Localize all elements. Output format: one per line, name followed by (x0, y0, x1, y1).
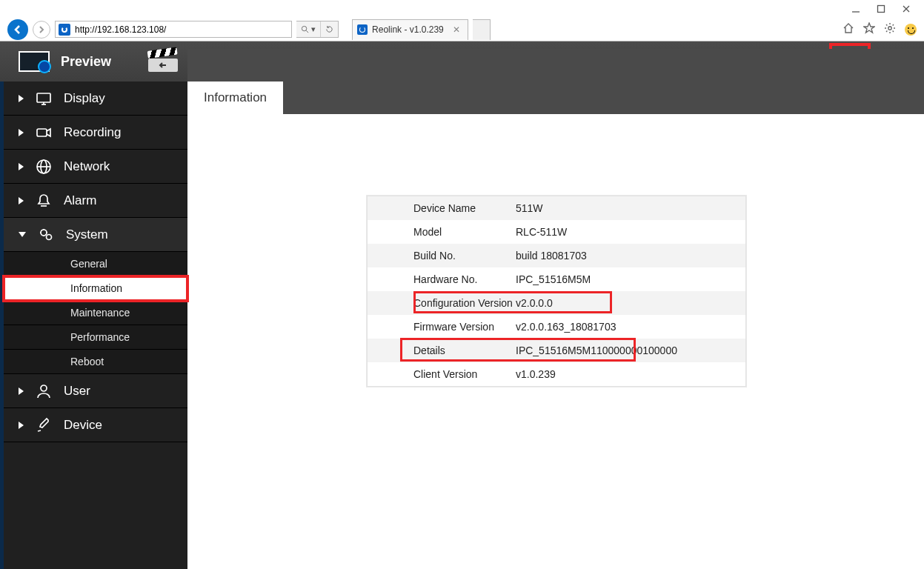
address-bar[interactable]: http://192.168.123.108/ (55, 21, 292, 38)
sidebar-label: Alarm (64, 193, 96, 208)
window-close-button[interactable] (902, 4, 911, 13)
sidebar-label: Network (64, 159, 110, 174)
info-row-details: DetailsIPC_51516M5M110000000100000 (368, 339, 745, 362)
settings-sidebar: Display Recording Network Alarm System G… (4, 81, 187, 569)
info-row-config-version: Configuration Versionv2.0.0.0 (368, 291, 745, 315)
window-maximize-button[interactable] (877, 4, 885, 13)
tools-gear-icon[interactable] (884, 22, 896, 37)
chevron-right-icon (19, 387, 24, 395)
refresh-button[interactable] (320, 21, 338, 37)
content-area: Device Name511W ModelRLC-511W Build No.b… (187, 81, 924, 569)
info-label: Client Version (368, 368, 516, 380)
sidebar-sub-general[interactable]: General (4, 252, 187, 276)
svg-point-7 (888, 26, 891, 29)
tab-information[interactable]: Information (187, 81, 283, 114)
chevron-right-icon (19, 95, 24, 102)
sidebar-item-system[interactable]: System (4, 218, 187, 252)
svg-marker-6 (864, 23, 874, 33)
sidebar-item-display[interactable]: Display (4, 81, 187, 116)
sidebar-item-user[interactable]: User (4, 374, 187, 408)
playback-icon (147, 50, 179, 73)
alarm-icon (36, 193, 52, 209)
home-icon[interactable] (842, 22, 854, 37)
content-tabbar: Information (187, 81, 924, 114)
tab-title: Reolink - v1.0.239 (372, 24, 444, 35)
info-value: 511W (516, 202, 745, 214)
svg-rect-11 (37, 129, 47, 136)
sidebar-label: System (66, 227, 108, 242)
browser-back-button[interactable] (7, 19, 28, 40)
sidebar-sub-performance[interactable]: Performance (4, 325, 187, 350)
tab-close-button[interactable]: ✕ (448, 24, 460, 35)
sidebar-item-alarm[interactable]: Alarm (4, 184, 187, 218)
sidebar-sub-information[interactable]: Information (4, 276, 187, 301)
info-row-client-version: Client Versionv1.0.239 (368, 362, 745, 386)
tab-label: Information (204, 90, 267, 105)
browser-forward-button[interactable] (33, 21, 50, 39)
info-value: v1.0.239 (516, 368, 745, 380)
chevron-right-icon (19, 163, 24, 170)
info-label: Details (368, 345, 516, 356)
system-icon (38, 227, 54, 243)
display-icon (36, 90, 52, 107)
sub-label: Performance (70, 331, 130, 343)
sidebar-sub-maintenance[interactable]: Maintenance (4, 301, 187, 325)
info-row-device-name: Device Name511W (368, 196, 745, 220)
info-row-firmware-version: Firmware Versionv2.0.0.163_18081703 (368, 315, 745, 339)
recording-icon (36, 124, 52, 141)
sidebar-item-network[interactable]: Network (4, 150, 187, 184)
chevron-down-icon (19, 232, 26, 237)
device-icon (36, 417, 52, 433)
svg-point-17 (47, 234, 52, 239)
system-info-card: Device Name511W ModelRLC-511W Build No.b… (367, 196, 746, 387)
info-label: Device Name (368, 202, 516, 214)
url-text: http://192.168.123.108/ (73, 24, 291, 35)
info-value: v2.0.0.163_18081703 (516, 321, 745, 333)
sub-label: Reboot (70, 356, 104, 367)
sidebar-label: Recording (64, 125, 122, 140)
svg-line-5 (306, 30, 308, 33)
info-row-hardware-no: Hardware No.IPC_51516M5M (368, 267, 745, 291)
preview-icon (18, 50, 50, 73)
search-icon[interactable]: ▾ (296, 21, 320, 37)
new-tab-button[interactable] (473, 19, 491, 40)
address-bar-controls: ▾ (296, 21, 339, 38)
info-label: Firmware Version (368, 321, 516, 333)
user-icon (36, 383, 52, 399)
svg-rect-8 (37, 93, 50, 102)
info-value: IPC_51516M5M (516, 273, 745, 285)
info-label: Model (368, 226, 516, 238)
browser-tab[interactable]: Reolink - v1.0.239 ✕ (352, 19, 468, 40)
sidebar-label: Display (64, 91, 105, 106)
info-value: IPC_51516M5M110000000100000 (516, 345, 745, 356)
favorites-icon[interactable] (863, 22, 875, 37)
info-row-model: ModelRLC-511W (368, 220, 745, 244)
sidebar-label: User (64, 384, 90, 399)
svg-point-4 (302, 26, 306, 30)
info-value: RLC-511W (516, 226, 745, 238)
feedback-icon[interactable] (905, 24, 917, 36)
chevron-right-icon (19, 129, 24, 136)
sidebar-item-device[interactable]: Device (4, 408, 187, 442)
window-titlebar (0, 0, 924, 18)
chevron-right-icon (19, 197, 24, 204)
info-label: Configuration Version (368, 297, 516, 309)
site-favicon (59, 24, 70, 36)
sidebar-label: Device (64, 418, 102, 433)
svg-rect-1 (878, 6, 885, 13)
network-icon (36, 159, 52, 175)
sub-label: Maintenance (70, 307, 130, 319)
nav-preview[interactable]: Preview (0, 41, 129, 81)
chevron-right-icon (19, 422, 24, 429)
sub-label: Information (70, 282, 122, 294)
sidebar-sub-reboot[interactable]: Reboot (4, 350, 187, 374)
info-label: Build No. (368, 250, 516, 262)
tab-favicon (357, 24, 368, 35)
info-value: v2.0.0.0 (516, 297, 745, 309)
sidebar-item-recording[interactable]: Recording (4, 116, 187, 150)
info-row-build-no: Build No.build 18081703 (368, 244, 745, 267)
info-value: build 18081703 (516, 250, 745, 262)
info-label: Hardware No. (368, 273, 516, 285)
window-minimize-button[interactable] (851, 4, 860, 13)
nav-preview-label: Preview (61, 54, 111, 70)
